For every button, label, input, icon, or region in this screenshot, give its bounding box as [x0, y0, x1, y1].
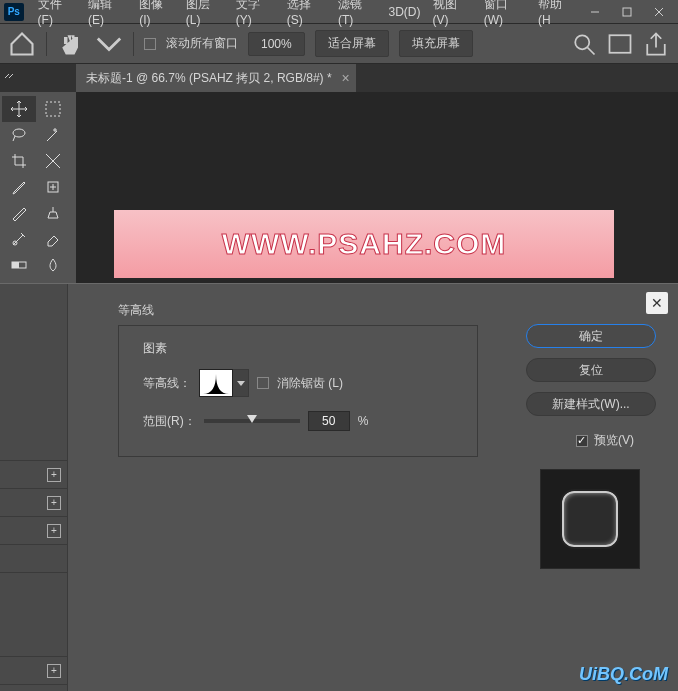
healing-brush-tool[interactable]	[36, 174, 70, 200]
hand-tool-icon[interactable]	[57, 30, 85, 58]
gradient-tool[interactable]	[2, 252, 36, 278]
brush-tool[interactable]	[2, 200, 36, 226]
slice-tool[interactable]	[36, 148, 70, 174]
contour-fieldset: 图素 等高线： 消除锯齿 (L) 范围(R)： %	[118, 325, 478, 457]
history-brush-tool[interactable]	[2, 226, 36, 252]
svg-point-8	[13, 129, 25, 137]
svg-rect-6	[610, 35, 631, 53]
dialog-settings-panel: 等高线 图素 等高线： 消除锯齿 (L) 范围(R)： %	[68, 284, 508, 691]
move-tool[interactable]	[2, 96, 36, 122]
contour-dropdown-icon[interactable]	[233, 369, 249, 397]
separator	[133, 32, 134, 56]
dialog-close-button[interactable]: ✕	[646, 292, 668, 314]
document-tab-title: 未标题-1 @ 66.7% (PSAHZ 拷贝 2, RGB/8#) *	[86, 70, 332, 87]
percent-label: %	[358, 414, 369, 428]
magic-wand-tool[interactable]	[36, 122, 70, 148]
banner-text: WWW.PSAHZ.COM	[222, 227, 507, 261]
svg-rect-12	[12, 262, 19, 268]
dropdown-icon[interactable]	[95, 30, 123, 58]
preview-checkbox[interactable]	[576, 435, 588, 447]
search-icon[interactable]	[570, 30, 598, 58]
plus-icon[interactable]: +	[47, 524, 61, 538]
list-item[interactable]	[0, 572, 67, 600]
eyedropper-tool[interactable]	[2, 174, 36, 200]
separator	[46, 32, 47, 56]
preview-label: 预览(V)	[594, 432, 634, 449]
svg-line-5	[588, 47, 595, 54]
scroll-all-label: 滚动所有窗口	[166, 35, 238, 52]
svg-point-4	[575, 35, 589, 49]
plus-icon[interactable]: +	[47, 496, 61, 510]
new-style-button[interactable]: 新建样式(W)...	[526, 392, 656, 416]
menu-3d[interactable]: 3D(D)	[383, 5, 427, 19]
blur-tool[interactable]	[36, 252, 70, 278]
close-button[interactable]	[644, 2, 674, 22]
document-tab-bar: 未标题-1 @ 66.7% (PSAHZ 拷贝 2, RGB/8#) * ×	[0, 64, 678, 92]
list-item[interactable]: +	[0, 684, 67, 691]
menu-type[interactable]: 文字(Y)	[230, 0, 281, 27]
range-input[interactable]	[308, 411, 350, 431]
close-tab-icon[interactable]: ×	[341, 70, 349, 86]
plus-icon[interactable]: +	[47, 664, 61, 678]
contour-label: 等高线：	[143, 375, 191, 392]
range-label: 范围(R)：	[143, 413, 196, 430]
menu-help[interactable]: 帮助(H	[532, 0, 580, 27]
window-controls	[580, 2, 674, 22]
dialog-buttons-panel: 确定 复位 新建样式(W)... 预览(V)	[508, 284, 678, 691]
group-title: 图素	[143, 340, 463, 357]
scroll-all-checkbox[interactable]	[144, 38, 156, 50]
antialias-checkbox[interactable]	[257, 377, 269, 389]
menu-file[interactable]: 文件(F)	[32, 0, 83, 27]
menu-select[interactable]: 选择(S)	[281, 0, 332, 27]
share-icon[interactable]	[642, 30, 670, 58]
menu-edit[interactable]: 编辑(E)	[82, 0, 133, 27]
fill-screen-button[interactable]: 填充屏幕	[399, 30, 473, 57]
antialias-label: 消除锯齿 (L)	[277, 375, 343, 392]
style-preview	[540, 469, 640, 569]
contour-picker[interactable]	[199, 369, 233, 397]
dialog-styles-list: + + + + +	[0, 284, 68, 691]
document-tab[interactable]: 未标题-1 @ 66.7% (PSAHZ 拷贝 2, RGB/8#) * ×	[76, 64, 356, 92]
home-icon[interactable]	[8, 30, 36, 58]
clone-stamp-tool[interactable]	[36, 200, 70, 226]
list-item[interactable]: +	[0, 656, 67, 684]
menu-layer[interactable]: 图层(L)	[180, 0, 230, 27]
zoom-level[interactable]: 100%	[248, 32, 305, 56]
marquee-tool[interactable]	[36, 96, 70, 122]
lasso-tool[interactable]	[2, 122, 36, 148]
menu-view[interactable]: 视图(V)	[427, 0, 478, 27]
ok-button[interactable]: 确定	[526, 324, 656, 348]
svg-rect-1	[623, 8, 631, 16]
list-item[interactable]: +	[0, 460, 67, 488]
watermark: UiBQ.CoM	[579, 664, 668, 685]
plus-icon[interactable]: +	[47, 468, 61, 482]
svg-rect-7	[46, 102, 60, 116]
preview-shape	[560, 489, 620, 549]
section-title: 等高线	[118, 302, 490, 319]
maximize-button[interactable]	[612, 2, 642, 22]
reset-button[interactable]: 复位	[526, 358, 656, 382]
menu-filter[interactable]: 滤镜(T)	[332, 0, 383, 27]
list-item[interactable]: +	[0, 516, 67, 544]
eraser-tool[interactable]	[36, 226, 70, 252]
app-logo: Ps	[4, 3, 24, 21]
range-slider[interactable]	[204, 419, 300, 423]
list-item[interactable]	[0, 544, 67, 572]
menu-image[interactable]: 图像(I)	[133, 0, 180, 27]
crop-tool[interactable]	[2, 148, 36, 174]
minimize-button[interactable]	[580, 2, 610, 22]
layer-style-dialog: ✕ + + + + + 等高线 图素 等高线：	[0, 283, 678, 691]
options-bar: 滚动所有窗口 100% 适合屏幕 填充屏幕	[0, 24, 678, 64]
menu-window[interactable]: 窗口(W)	[478, 0, 532, 27]
slider-thumb[interactable]	[247, 415, 257, 423]
list-item[interactable]: +	[0, 488, 67, 516]
collapse-panels-icon[interactable]	[0, 64, 18, 92]
fit-screen-button[interactable]: 适合屏幕	[315, 30, 389, 57]
screen-mode-icon[interactable]	[606, 30, 634, 58]
menu-bar: Ps 文件(F) 编辑(E) 图像(I) 图层(L) 文字(Y) 选择(S) 滤…	[0, 0, 678, 24]
canvas-content: WWW.PSAHZ.COM	[114, 210, 614, 278]
